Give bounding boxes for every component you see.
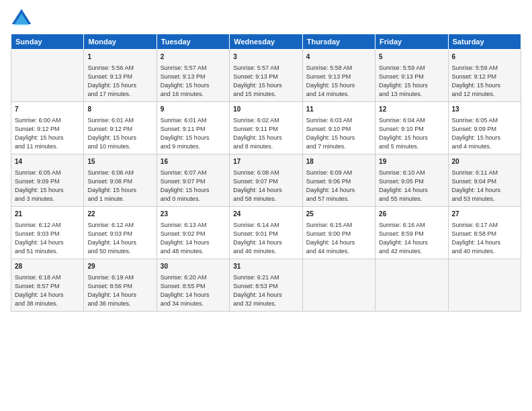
day-number: 9 [161, 105, 226, 115]
cell-content: Sunrise: 6:01 AM Sunset: 9:12 PM Dayligh… [87, 116, 152, 151]
calendar-cell: 23Sunrise: 6:13 AM Sunset: 9:02 PM Dayli… [157, 207, 229, 259]
day-number: 6 [452, 52, 517, 62]
day-number: 31 [233, 262, 298, 272]
cell-content: Sunrise: 6:17 AM Sunset: 8:58 PM Dayligh… [452, 221, 517, 256]
calendar-cell: 3Sunrise: 5:57 AM Sunset: 9:13 PM Daylig… [230, 50, 302, 102]
day-number: 26 [379, 210, 444, 220]
col-sunday: Sunday [11, 34, 84, 50]
logo-icon [11, 8, 32, 30]
cell-content: Sunrise: 6:16 AM Sunset: 8:59 PM Dayligh… [379, 221, 444, 256]
col-friday: Friday [375, 34, 448, 50]
day-number: 10 [233, 105, 298, 115]
cell-content: Sunrise: 6:09 AM Sunset: 9:06 PM Dayligh… [306, 169, 371, 203]
cell-content: Sunrise: 6:19 AM Sunset: 8:56 PM Dayligh… [87, 273, 152, 308]
cell-content: Sunrise: 5:59 AM Sunset: 9:13 PM Dayligh… [379, 64, 444, 99]
calendar-week-row: 21Sunrise: 6:12 AM Sunset: 9:03 PM Dayli… [11, 207, 521, 259]
calendar-cell: 7Sunrise: 6:00 AM Sunset: 9:12 PM Daylig… [11, 102, 84, 154]
calendar-cell: 24Sunrise: 6:14 AM Sunset: 9:01 PM Dayli… [230, 207, 302, 259]
cell-content: Sunrise: 5:56 AM Sunset: 9:13 PM Dayligh… [87, 64, 152, 99]
day-number: 30 [161, 262, 226, 272]
cell-content: Sunrise: 6:00 AM Sunset: 9:12 PM Dayligh… [15, 116, 80, 151]
day-number: 25 [306, 210, 371, 220]
calendar-cell: 31Sunrise: 6:21 AM Sunset: 8:53 PM Dayli… [230, 259, 302, 312]
day-number: 22 [87, 210, 152, 220]
cell-content: Sunrise: 6:01 AM Sunset: 9:11 PM Dayligh… [161, 116, 226, 151]
day-number: 16 [161, 157, 226, 167]
day-number: 2 [161, 52, 226, 62]
calendar-cell [448, 259, 521, 312]
calendar-week-row: 1Sunrise: 5:56 AM Sunset: 9:13 PM Daylig… [11, 50, 521, 102]
cell-content: Sunrise: 5:57 AM Sunset: 9:13 PM Dayligh… [233, 64, 298, 99]
calendar-cell: 20Sunrise: 6:11 AM Sunset: 9:04 PM Dayli… [448, 154, 521, 207]
cell-content: Sunrise: 6:05 AM Sunset: 9:09 PM Dayligh… [15, 169, 80, 203]
day-number: 27 [452, 210, 517, 220]
header-row: Sunday Monday Tuesday Wednesday Thursday… [11, 34, 521, 50]
calendar-cell: 30Sunrise: 6:20 AM Sunset: 8:55 PM Dayli… [157, 259, 229, 312]
day-number: 13 [452, 105, 517, 115]
calendar-body: 1Sunrise: 5:56 AM Sunset: 9:13 PM Daylig… [11, 50, 521, 312]
cell-content: Sunrise: 6:20 AM Sunset: 8:55 PM Dayligh… [161, 273, 226, 308]
col-monday: Monday [84, 34, 157, 50]
day-number: 18 [306, 157, 371, 167]
day-number: 11 [306, 105, 371, 115]
calendar-cell: 11Sunrise: 6:03 AM Sunset: 9:10 PM Dayli… [302, 102, 375, 154]
col-wednesday: Wednesday [230, 34, 302, 50]
calendar-cell: 10Sunrise: 6:02 AM Sunset: 9:11 PM Dayli… [230, 102, 302, 154]
day-number: 12 [379, 105, 444, 115]
calendar-cell: 27Sunrise: 6:17 AM Sunset: 8:58 PM Dayli… [448, 207, 521, 259]
calendar-cell: 19Sunrise: 6:10 AM Sunset: 9:05 PM Dayli… [375, 154, 448, 207]
logo [11, 8, 35, 30]
calendar-cell: 21Sunrise: 6:12 AM Sunset: 9:03 PM Dayli… [11, 207, 84, 259]
cell-content: Sunrise: 6:18 AM Sunset: 8:57 PM Dayligh… [15, 273, 80, 308]
calendar-cell: 26Sunrise: 6:16 AM Sunset: 8:59 PM Dayli… [375, 207, 448, 259]
day-number: 1 [87, 52, 152, 62]
col-tuesday: Tuesday [157, 34, 229, 50]
calendar-cell: 2Sunrise: 5:57 AM Sunset: 9:13 PM Daylig… [157, 50, 229, 102]
cell-content: Sunrise: 6:12 AM Sunset: 9:03 PM Dayligh… [87, 221, 152, 256]
cell-content: Sunrise: 6:21 AM Sunset: 8:53 PM Dayligh… [233, 273, 298, 308]
calendar-cell: 29Sunrise: 6:19 AM Sunset: 8:56 PM Dayli… [84, 259, 157, 312]
calendar-cell [375, 259, 448, 312]
cell-content: Sunrise: 6:05 AM Sunset: 9:09 PM Dayligh… [452, 116, 517, 151]
calendar-cell [302, 259, 375, 312]
day-number: 7 [15, 105, 80, 115]
calendar-cell: 15Sunrise: 6:06 AM Sunset: 9:08 PM Dayli… [84, 154, 157, 207]
cell-content: Sunrise: 6:10 AM Sunset: 9:05 PM Dayligh… [379, 169, 444, 203]
col-thursday: Thursday [302, 34, 375, 50]
calendar-cell: 5Sunrise: 5:59 AM Sunset: 9:13 PM Daylig… [375, 50, 448, 102]
day-number: 24 [233, 210, 298, 220]
calendar-cell: 1Sunrise: 5:56 AM Sunset: 9:13 PM Daylig… [84, 50, 157, 102]
cell-content: Sunrise: 6:12 AM Sunset: 9:03 PM Dayligh… [15, 221, 80, 256]
day-number: 29 [87, 262, 152, 272]
calendar-cell: 16Sunrise: 6:07 AM Sunset: 9:07 PM Dayli… [157, 154, 229, 207]
day-number: 19 [379, 157, 444, 167]
calendar-week-row: 7Sunrise: 6:00 AM Sunset: 9:12 PM Daylig… [11, 102, 521, 154]
cell-content: Sunrise: 6:15 AM Sunset: 9:00 PM Dayligh… [306, 221, 371, 256]
cell-content: Sunrise: 6:02 AM Sunset: 9:11 PM Dayligh… [233, 116, 298, 151]
cell-content: Sunrise: 6:07 AM Sunset: 9:07 PM Dayligh… [161, 169, 226, 203]
page-header [11, 8, 521, 30]
calendar-table: Sunday Monday Tuesday Wednesday Thursday… [11, 34, 521, 312]
page-container: Sunday Monday Tuesday Wednesday Thursday… [0, 0, 532, 411]
day-number: 3 [233, 52, 298, 62]
calendar-cell: 9Sunrise: 6:01 AM Sunset: 9:11 PM Daylig… [157, 102, 229, 154]
day-number: 8 [87, 105, 152, 115]
cell-content: Sunrise: 6:13 AM Sunset: 9:02 PM Dayligh… [161, 221, 226, 256]
cell-content: Sunrise: 5:57 AM Sunset: 9:13 PM Dayligh… [161, 64, 226, 99]
calendar-cell: 6Sunrise: 5:59 AM Sunset: 9:12 PM Daylig… [448, 50, 521, 102]
day-number: 14 [15, 157, 80, 167]
calendar-cell: 18Sunrise: 6:09 AM Sunset: 9:06 PM Dayli… [302, 154, 375, 207]
day-number: 21 [15, 210, 80, 220]
cell-content: Sunrise: 6:14 AM Sunset: 9:01 PM Dayligh… [233, 221, 298, 256]
cell-content: Sunrise: 6:04 AM Sunset: 9:10 PM Dayligh… [379, 116, 444, 151]
calendar-cell: 14Sunrise: 6:05 AM Sunset: 9:09 PM Dayli… [11, 154, 84, 207]
col-saturday: Saturday [448, 34, 521, 50]
day-number: 4 [306, 52, 371, 62]
day-number: 23 [161, 210, 226, 220]
calendar-cell: 12Sunrise: 6:04 AM Sunset: 9:10 PM Dayli… [375, 102, 448, 154]
calendar-week-row: 14Sunrise: 6:05 AM Sunset: 9:09 PM Dayli… [11, 154, 521, 207]
calendar-cell: 17Sunrise: 6:08 AM Sunset: 9:07 PM Dayli… [230, 154, 302, 207]
calendar-cell: 8Sunrise: 6:01 AM Sunset: 9:12 PM Daylig… [84, 102, 157, 154]
calendar-cell: 4Sunrise: 5:58 AM Sunset: 9:13 PM Daylig… [302, 50, 375, 102]
calendar-cell: 13Sunrise: 6:05 AM Sunset: 9:09 PM Dayli… [448, 102, 521, 154]
